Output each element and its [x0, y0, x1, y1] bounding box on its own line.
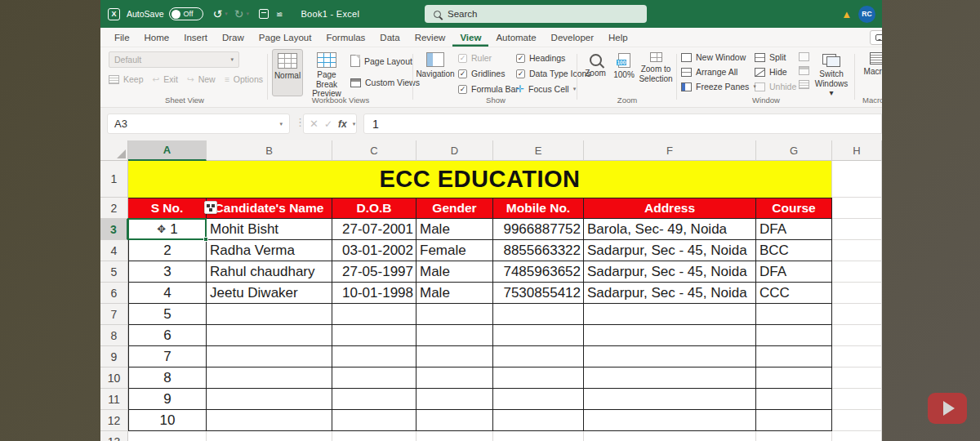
header-cell-B2[interactable]: Candidate's Name [207, 198, 332, 219]
row-header-13[interactable]: 13 [100, 431, 128, 441]
cell-A3[interactable]: ✥1 [128, 219, 207, 240]
cell-F8[interactable] [584, 325, 756, 346]
header-cell-F2[interactable]: Address [584, 198, 756, 219]
cell-D3[interactable]: Male [416, 219, 493, 240]
arrange-all-button[interactable]: Arrange All [681, 67, 756, 77]
tab-formulas[interactable]: Formulas [318, 28, 372, 47]
tab-data[interactable]: Data [372, 28, 407, 47]
reset-window-position-icon[interactable] [799, 80, 809, 89]
cell-G10[interactable] [756, 368, 832, 389]
cell-C4[interactable]: 03-01-2002 [332, 240, 416, 261]
avatar[interactable]: RC [858, 6, 875, 23]
cell-C3[interactable]: 27-07-2001 [332, 219, 416, 240]
keep-button[interactable]: Keep [109, 74, 144, 84]
name-box-dropdown-icon[interactable]: ▾ [279, 121, 283, 127]
cell-F13[interactable] [584, 431, 756, 441]
tab-insert[interactable]: Insert [176, 28, 215, 47]
column-header-G[interactable]: G [756, 140, 832, 161]
page-layout-button[interactable]: Page Layout [350, 55, 420, 67]
cell-D7[interactable] [416, 304, 493, 325]
custom-views-button[interactable]: Custom Views [350, 78, 420, 87]
cell-D4[interactable]: Female [416, 240, 493, 261]
cell-G13[interactable] [756, 431, 832, 441]
cell-E13[interactable] [493, 431, 584, 441]
cell-B13[interactable] [207, 431, 332, 441]
tab-file[interactable]: File [107, 28, 137, 47]
cell-C13[interactable] [332, 431, 416, 441]
cell-A9[interactable]: 7 [128, 346, 207, 368]
cell-H2[interactable] [832, 198, 882, 219]
enter-icon[interactable]: ✓ [324, 118, 332, 130]
cell-C11[interactable] [332, 389, 416, 410]
cell-H5[interactable] [832, 261, 882, 283]
cell-E8[interactable] [493, 325, 584, 346]
cell-C12[interactable] [332, 410, 416, 431]
save-icon[interactable] [259, 9, 269, 19]
cell-E3[interactable]: 9966887752 [493, 219, 584, 240]
view-side-by-side-icon[interactable] [799, 52, 809, 61]
tab-view[interactable]: View [452, 28, 488, 47]
tab-home[interactable]: Home [137, 28, 177, 47]
cell-B9[interactable] [207, 346, 332, 368]
row-header-2[interactable]: 2 [100, 198, 128, 219]
header-cell-G2[interactable]: Course [756, 198, 832, 219]
header-cell-C2[interactable]: D.O.B [332, 198, 416, 219]
cell-A5[interactable]: 3 [128, 261, 207, 283]
column-header-F[interactable]: F [584, 140, 756, 161]
zoom-to-selection-button[interactable]: Zoom to Selection [637, 49, 675, 83]
cell-H12[interactable] [832, 410, 882, 431]
cell-D9[interactable] [416, 346, 493, 368]
cell-H3[interactable] [832, 219, 882, 240]
column-header-D[interactable]: D [416, 140, 493, 161]
cell-E11[interactable] [493, 389, 584, 410]
cell-E7[interactable] [493, 304, 584, 325]
options-button[interactable]: ≡ Options [225, 74, 263, 84]
cell-H10[interactable] [832, 368, 882, 389]
cell-E10[interactable] [493, 368, 584, 389]
select-all-corner[interactable] [100, 140, 128, 161]
cell-G4[interactable]: BCC [756, 240, 832, 261]
normal-view-button[interactable]: Normal [272, 49, 303, 96]
cell-H8[interactable] [832, 325, 882, 346]
autosave-toggle[interactable]: Off [169, 7, 203, 20]
tab-help[interactable]: Help [601, 28, 635, 47]
sheet-view-dropdown[interactable]: Default▾ [109, 51, 239, 68]
row-header-12[interactable]: 12 [100, 410, 128, 431]
row-header-1[interactable]: 1 [100, 161, 128, 198]
cell-H1[interactable] [832, 161, 882, 198]
split-button[interactable]: Split [755, 52, 796, 62]
row-header-6[interactable]: 6 [100, 283, 128, 304]
page-break-preview-button[interactable]: Page Break Preview [306, 49, 347, 99]
redo-icon[interactable]: ↻ [234, 8, 244, 20]
search-input[interactable]: Search [425, 5, 647, 23]
insert-function-icon[interactable]: fx [338, 118, 347, 130]
fill-handle[interactable] [203, 237, 208, 242]
cell-A4[interactable]: 2 [128, 240, 207, 261]
row-header-8[interactable]: 8 [100, 325, 128, 346]
cell-C8[interactable] [332, 325, 416, 346]
column-header-A[interactable]: A [128, 140, 207, 161]
cell-F12[interactable] [584, 410, 756, 431]
cell-E5[interactable]: 7485963652 [493, 261, 584, 283]
row-header-7[interactable]: 7 [100, 304, 128, 325]
cell-F4[interactable]: Sadarpur, Sec - 45, Noida [584, 240, 756, 261]
cell-E12[interactable] [493, 410, 584, 431]
cell-A12[interactable]: 10 [128, 410, 207, 431]
cell-H6[interactable] [832, 283, 882, 304]
freeze-panes-button[interactable]: Freeze Panes ▾ [681, 82, 756, 91]
cell-A6[interactable]: 4 [128, 283, 207, 304]
excel-app-icon[interactable]: X [108, 8, 120, 20]
tab-draw[interactable]: Draw [215, 28, 252, 47]
cell-E4[interactable]: 8855663322 [493, 240, 584, 261]
name-box[interactable]: A3 ▾ [107, 114, 290, 134]
cell-C5[interactable]: 27-05-1997 [332, 261, 416, 283]
formula-bar-checkbox[interactable]: ✓ Formula Bar [458, 84, 519, 94]
tab-page-layout[interactable]: Page Layout [252, 28, 319, 47]
video-play-button[interactable] [928, 393, 967, 424]
cell-F11[interactable] [584, 389, 756, 410]
formula-input[interactable]: 1 [363, 114, 882, 134]
cell-D8[interactable] [416, 325, 493, 346]
cell-F3[interactable]: Barola, Sec- 49, Noida [584, 219, 756, 240]
ruler-checkbox[interactable]: ✓ Ruler [458, 53, 519, 63]
column-header-B[interactable]: B [207, 140, 332, 161]
